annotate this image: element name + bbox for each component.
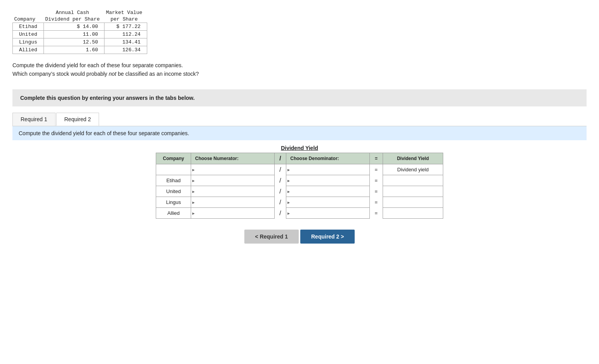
united-numerator-cell[interactable] bbox=[191, 186, 275, 197]
prev-button[interactable]: Required 1 bbox=[244, 230, 299, 244]
lingus-equals-cell: = bbox=[369, 197, 383, 208]
col-equals-header: = bbox=[369, 153, 383, 164]
instruction-line2: Which company’s stock would probably not… bbox=[12, 70, 587, 78]
tabs-row: Required 1 Required 2 bbox=[12, 113, 587, 126]
lingus-numerator-input[interactable] bbox=[195, 199, 270, 205]
data-row-lingus: Lingus 12.50 134.41 bbox=[13, 38, 147, 46]
info-table: Annual Cash Market Value Company Dividen… bbox=[12, 9, 147, 54]
etihad-equals-cell: = bbox=[369, 175, 383, 186]
united-equals-cell: = bbox=[369, 186, 383, 197]
col-denominator-header: Choose Denominator: bbox=[286, 153, 370, 164]
allied-numerator-cell[interactable] bbox=[191, 208, 275, 219]
lingus-numerator-cell[interactable] bbox=[191, 197, 275, 208]
formula-company-cell bbox=[156, 164, 191, 175]
etihad-yield-cell[interactable] bbox=[383, 175, 443, 186]
col-numerator-header: Choose Numerator: bbox=[191, 153, 275, 164]
instruction-line1: Compute the dividend yield for each of t… bbox=[12, 61, 587, 70]
table-row-allied: Allied / = bbox=[156, 208, 443, 219]
allied-equals-cell: = bbox=[369, 208, 383, 219]
lingus-denominator-input[interactable] bbox=[290, 199, 366, 205]
table-row-lingus: Lingus / = bbox=[156, 197, 443, 208]
data-row-united: United 11.00 112.24 bbox=[13, 31, 147, 38]
allied-denominator-cell[interactable] bbox=[286, 208, 370, 219]
united-yield-cell[interactable] bbox=[383, 186, 443, 197]
yield-table-wrapper: Dividend Yield Company Choose Numerator:… bbox=[12, 145, 587, 219]
etihad-numerator-input[interactable] bbox=[195, 178, 270, 183]
etihad-denominator-input[interactable] bbox=[290, 178, 366, 183]
formula-equals-cell: = bbox=[369, 164, 383, 175]
etihad-denominator-cell[interactable] bbox=[286, 175, 370, 186]
etihad-yield-input[interactable] bbox=[387, 178, 439, 183]
header-row-1: Annual Cash Market Value bbox=[13, 9, 147, 16]
data-row-allied: Allied 1.60 126.34 bbox=[13, 46, 147, 54]
united-company-cell: United bbox=[156, 186, 191, 197]
united-denominator-cell[interactable] bbox=[286, 186, 370, 197]
allied-slash-cell: / bbox=[274, 208, 286, 219]
formula-row: / = Dividend yield bbox=[156, 164, 443, 175]
data-row-etihad: Etihad $ 14.00 $ 177.22 bbox=[13, 23, 147, 31]
formula-denominator-input[interactable] bbox=[290, 167, 366, 172]
etihad-slash-cell: / bbox=[274, 175, 286, 186]
formula-slash-cell: / bbox=[274, 164, 286, 175]
header-row-2: Company Dividend per Share per Share bbox=[13, 16, 147, 23]
table-row-united: United / = bbox=[156, 186, 443, 197]
allied-yield-input[interactable] bbox=[387, 210, 439, 216]
lingus-company-cell: Lingus bbox=[156, 197, 191, 208]
lingus-yield-input[interactable] bbox=[387, 199, 439, 205]
table-caption: Dividend Yield bbox=[156, 145, 443, 151]
allied-yield-cell[interactable] bbox=[383, 208, 443, 219]
formula-yield-cell: Dividend yield bbox=[383, 164, 443, 175]
united-yield-input[interactable] bbox=[387, 188, 439, 194]
etihad-company-cell: Etihad bbox=[156, 175, 191, 186]
lingus-slash-cell: / bbox=[274, 197, 286, 208]
formula-numerator-input[interactable] bbox=[195, 167, 270, 172]
etihad-numerator-cell[interactable] bbox=[191, 175, 275, 186]
instruction-text: Compute the dividend yield for each of t… bbox=[12, 61, 587, 78]
next-button[interactable]: Required 2 bbox=[300, 230, 355, 244]
formula-numerator-cell[interactable] bbox=[191, 164, 275, 175]
tabs-container: Required 1 Required 2 Compute the divide… bbox=[12, 113, 587, 219]
lingus-denominator-cell[interactable] bbox=[286, 197, 370, 208]
tab-required-2[interactable]: Required 2 bbox=[56, 113, 99, 126]
tab-subtext: Compute the dividend yield for each of t… bbox=[12, 126, 587, 140]
united-numerator-input[interactable] bbox=[195, 188, 270, 194]
complete-banner: Complete this question by entering your … bbox=[12, 89, 587, 106]
tab-content: Compute the dividend yield for each of t… bbox=[12, 126, 587, 219]
col-slash-header: / bbox=[274, 153, 286, 164]
allied-denominator-input[interactable] bbox=[290, 210, 366, 216]
table-header-row: Company Choose Numerator: / Choose Denom… bbox=[156, 153, 443, 164]
dividend-yield-table: Dividend Yield Company Choose Numerator:… bbox=[156, 145, 443, 219]
tab-required-1[interactable]: Required 1 bbox=[12, 113, 56, 126]
col-company-header: Company bbox=[156, 153, 191, 164]
united-denominator-input[interactable] bbox=[290, 188, 366, 194]
formula-denominator-cell[interactable] bbox=[286, 164, 370, 175]
col-yield-header: Dividend Yield bbox=[383, 153, 443, 164]
table-row-etihad: Etihad / = bbox=[156, 175, 443, 186]
allied-numerator-input[interactable] bbox=[195, 210, 270, 216]
lingus-yield-cell[interactable] bbox=[383, 197, 443, 208]
united-slash-cell: / bbox=[274, 186, 286, 197]
nav-buttons: Required 1 Required 2 bbox=[12, 230, 587, 244]
allied-company-cell: Allied bbox=[156, 208, 191, 219]
